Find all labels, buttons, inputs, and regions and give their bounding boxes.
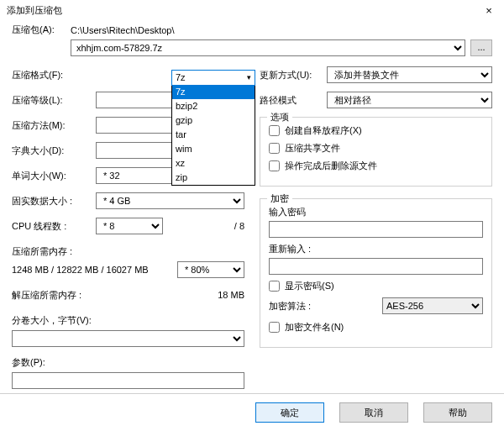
password-confirm-input[interactable]	[269, 258, 483, 275]
format-option[interactable]: bzip2	[172, 99, 255, 113]
memd-label: 解压缩所需内存 :	[12, 289, 81, 302]
encrypt-names-checkbox[interactable]: 加密文件名(N)	[269, 321, 483, 334]
sfx-checkbox[interactable]: 创建自释放程序(X)	[269, 124, 483, 137]
pathmode-select[interactable]: 相对路径	[327, 92, 492, 108]
format-option[interactable]: wim	[172, 142, 255, 156]
options-group-label: 选项	[267, 111, 292, 124]
method-label: 压缩方法(M):	[12, 119, 96, 132]
close-icon[interactable]: ×	[480, 4, 497, 17]
ok-button[interactable]: 确定	[255, 402, 324, 423]
solid-select[interactable]: * 4 GB	[96, 192, 244, 209]
pathmode-label: 路径模式	[260, 94, 327, 107]
update-label: 更新方式(U):	[260, 69, 327, 81]
format-option[interactable]: gzip	[172, 113, 255, 128]
cancel-button[interactable]: 取消	[339, 402, 408, 423]
help-button[interactable]: 帮助	[423, 402, 492, 423]
split-label: 分卷大小，字节(V):	[12, 314, 92, 327]
format-label: 压缩格式(F):	[12, 69, 96, 81]
cpu-select[interactable]: * 8	[96, 218, 163, 234]
update-select[interactable]: 添加并替换文件	[327, 66, 492, 83]
format-option[interactable]: tar	[172, 128, 255, 142]
split-select[interactable]	[12, 330, 244, 347]
word-label: 单词大小(W):	[12, 170, 96, 182]
cpu-label: CPU 线程数 :	[12, 220, 96, 233]
level-label: 压缩等级(L):	[12, 94, 96, 107]
shared-checkbox[interactable]: 压缩共享文件	[269, 142, 483, 155]
archive-path: C:\Users\Ritech\Desktop\	[71, 25, 174, 35]
password-input[interactable]	[269, 221, 483, 238]
format-option[interactable]: zip	[172, 171, 255, 185]
format-option[interactable]: 7z	[172, 85, 255, 99]
params-input[interactable]	[12, 372, 244, 389]
format-dropdown[interactable]: 7z ▾ 7z bzip2 gzip tar wim xz zip	[171, 70, 255, 186]
encryption-group-label: 加密	[267, 192, 292, 205]
algo-select[interactable]: AES-256	[382, 297, 483, 314]
archive-label: 压缩包(A):	[12, 24, 62, 36]
memc-label: 压缩所需内存 :	[12, 245, 244, 258]
options-group: 选项 创建自释放程序(X) 压缩共享文件 操作完成后删除源文件	[260, 117, 492, 187]
memd-value: 18 MB	[218, 290, 244, 300]
pw2-label: 重新输入 :	[269, 243, 483, 255]
memc-select[interactable]: * 80%	[177, 261, 244, 278]
format-select[interactable]: 7z ▾	[171, 70, 255, 86]
params-label: 参数(P):	[12, 356, 45, 369]
archive-filename-input[interactable]: xhhjm.com-57829.7z	[71, 39, 465, 56]
encryption-group: 加密 输入密码 重新输入 : 显示密码(S) 加密算法 : AES-256 加密…	[260, 198, 492, 348]
chevron-down-icon: ▾	[247, 70, 251, 86]
show-password-checkbox[interactable]: 显示密码(S)	[269, 280, 483, 292]
solid-label: 固实数据大小 :	[12, 195, 96, 208]
format-option[interactable]: xz	[172, 156, 255, 171]
algo-label: 加密算法 :	[269, 300, 311, 313]
delete-checkbox[interactable]: 操作完成后删除源文件	[269, 160, 483, 172]
dict-label: 字典大小(D):	[12, 145, 96, 157]
pw1-label: 输入密码	[269, 206, 483, 218]
cpu-max: / 8	[234, 221, 244, 231]
browse-button[interactable]: ...	[470, 39, 492, 56]
memc-note: 1248 MB / 12822 MB / 16027 MB	[12, 265, 149, 275]
window-title: 添加到压缩包	[7, 4, 62, 17]
